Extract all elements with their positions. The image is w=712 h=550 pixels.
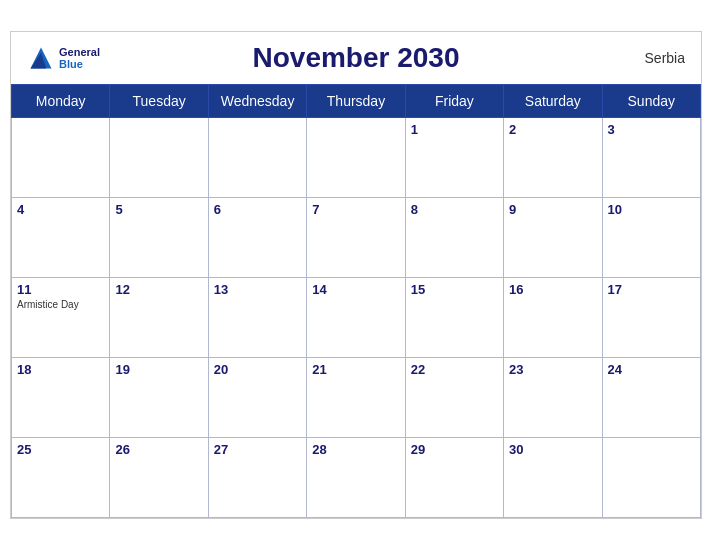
day-number: 26: [115, 442, 202, 457]
calendar-cell-0-2: [208, 118, 306, 198]
day-number: 11: [17, 282, 104, 297]
calendar-cell-3-5: 23: [504, 358, 602, 438]
week-row-4: 252627282930: [12, 438, 701, 518]
day-number: 29: [411, 442, 498, 457]
calendar-cell-1-0: 4: [12, 198, 110, 278]
calendar-cell-2-0: 11Armistice Day: [12, 278, 110, 358]
calendar-cell-0-6: 3: [602, 118, 700, 198]
day-number: 27: [214, 442, 301, 457]
day-number: 3: [608, 122, 695, 137]
weekday-header-row: MondayTuesdayWednesdayThursdayFridaySatu…: [12, 85, 701, 118]
country-label: Serbia: [645, 50, 685, 66]
calendar-cell-0-3: [307, 118, 405, 198]
calendar-cell-4-5: 30: [504, 438, 602, 518]
week-row-3: 18192021222324: [12, 358, 701, 438]
day-number: 6: [214, 202, 301, 217]
logo-blue: Blue: [59, 58, 100, 70]
calendar-cell-2-5: 16: [504, 278, 602, 358]
calendar-cell-1-1: 5: [110, 198, 208, 278]
day-number: 13: [214, 282, 301, 297]
day-number: 14: [312, 282, 399, 297]
calendar-cell-4-0: 25: [12, 438, 110, 518]
calendar-cell-4-4: 29: [405, 438, 503, 518]
day-number: 23: [509, 362, 596, 377]
day-number: 24: [608, 362, 695, 377]
week-row-1: 45678910: [12, 198, 701, 278]
logo: General Blue: [27, 44, 100, 72]
calendar: General Blue November 2030 Serbia Monday…: [10, 31, 702, 519]
day-number: 25: [17, 442, 104, 457]
day-number: 22: [411, 362, 498, 377]
week-row-0: 123: [12, 118, 701, 198]
weekday-header-saturday: Saturday: [504, 85, 602, 118]
calendar-cell-2-4: 15: [405, 278, 503, 358]
day-number: 1: [411, 122, 498, 137]
calendar-cell-4-1: 26: [110, 438, 208, 518]
day-number: 18: [17, 362, 104, 377]
calendar-cell-3-4: 22: [405, 358, 503, 438]
calendar-cell-4-6: [602, 438, 700, 518]
logo-general: General: [59, 46, 100, 58]
calendar-cell-4-3: 28: [307, 438, 405, 518]
day-number: 9: [509, 202, 596, 217]
calendar-cell-2-3: 14: [307, 278, 405, 358]
calendar-cell-1-4: 8: [405, 198, 503, 278]
day-event: Armistice Day: [17, 299, 104, 310]
calendar-cell-0-4: 1: [405, 118, 503, 198]
calendar-cell-3-6: 24: [602, 358, 700, 438]
calendar-cell-3-1: 19: [110, 358, 208, 438]
calendar-title: November 2030: [252, 42, 459, 74]
day-number: 19: [115, 362, 202, 377]
day-number: 15: [411, 282, 498, 297]
calendar-cell-2-6: 17: [602, 278, 700, 358]
calendar-cell-3-3: 21: [307, 358, 405, 438]
calendar-table: MondayTuesdayWednesdayThursdayFridaySatu…: [11, 84, 701, 518]
calendar-cell-4-2: 27: [208, 438, 306, 518]
day-number: 10: [608, 202, 695, 217]
weekday-header-thursday: Thursday: [307, 85, 405, 118]
day-number: 21: [312, 362, 399, 377]
weekday-header-friday: Friday: [405, 85, 503, 118]
calendar-cell-0-1: [110, 118, 208, 198]
day-number: 16: [509, 282, 596, 297]
weekday-header-wednesday: Wednesday: [208, 85, 306, 118]
calendar-cell-3-2: 20: [208, 358, 306, 438]
week-row-2: 11Armistice Day121314151617: [12, 278, 701, 358]
calendar-cell-1-3: 7: [307, 198, 405, 278]
day-number: 20: [214, 362, 301, 377]
day-number: 30: [509, 442, 596, 457]
logo-text: General Blue: [59, 46, 100, 70]
day-number: 17: [608, 282, 695, 297]
day-number: 28: [312, 442, 399, 457]
weekday-header-tuesday: Tuesday: [110, 85, 208, 118]
calendar-cell-1-2: 6: [208, 198, 306, 278]
day-number: 7: [312, 202, 399, 217]
weekday-header-sunday: Sunday: [602, 85, 700, 118]
day-number: 8: [411, 202, 498, 217]
calendar-cell-1-5: 9: [504, 198, 602, 278]
day-number: 12: [115, 282, 202, 297]
calendar-cell-0-5: 2: [504, 118, 602, 198]
calendar-cell-2-2: 13: [208, 278, 306, 358]
calendar-cell-3-0: 18: [12, 358, 110, 438]
day-number: 2: [509, 122, 596, 137]
calendar-header: General Blue November 2030 Serbia: [11, 32, 701, 84]
calendar-cell-1-6: 10: [602, 198, 700, 278]
calendar-cell-0-0: [12, 118, 110, 198]
calendar-cell-2-1: 12: [110, 278, 208, 358]
weekday-header-monday: Monday: [12, 85, 110, 118]
day-number: 4: [17, 202, 104, 217]
day-number: 5: [115, 202, 202, 217]
logo-icon: [27, 44, 55, 72]
